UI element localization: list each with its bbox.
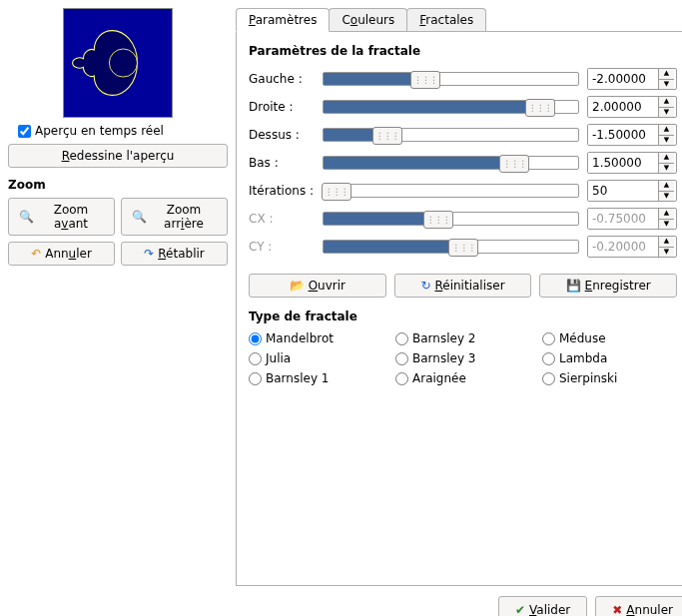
- param-input-0[interactable]: [588, 69, 658, 89]
- zoom-in-label: Zoom avant: [38, 203, 104, 231]
- spin-down-0[interactable]: ▼: [659, 80, 674, 90]
- param-label-4: Itérations :: [249, 184, 315, 198]
- redo-label: Rétablir: [158, 247, 204, 261]
- param-row-2: Dessus :⋮⋮⋮▲▼: [249, 124, 677, 146]
- spin-up-5: ▲: [659, 209, 674, 220]
- spin-down-4[interactable]: ▼: [659, 192, 674, 202]
- spin-up-2[interactable]: ▲: [659, 125, 674, 136]
- zoom-out-button[interactable]: 🔍 Zoom arrière: [121, 198, 228, 236]
- fractal-label-6: Barnsley 1: [266, 371, 329, 385]
- undo-label: Annuler: [45, 247, 92, 261]
- fractal-option-4[interactable]: Barnsley 3: [395, 351, 530, 365]
- param-slider-0[interactable]: ⋮⋮⋮: [323, 72, 579, 86]
- param-slider-1[interactable]: ⋮⋮⋮: [323, 100, 579, 114]
- parameters-title: Paramètres de la fractale: [249, 44, 677, 58]
- param-slider-5: ⋮⋮⋮: [323, 212, 579, 226]
- tab-bar: Paramètres Couleurs Fractales: [236, 8, 682, 32]
- param-label-1: Droite :: [249, 100, 315, 114]
- fractal-radio-4[interactable]: [395, 352, 408, 365]
- spin-down-1[interactable]: ▼: [659, 108, 674, 118]
- param-spinbox-1[interactable]: ▲▼: [587, 96, 677, 118]
- ok-button[interactable]: ✔ Valider: [498, 596, 587, 616]
- slider-thumb-6: ⋮⋮⋮: [448, 239, 478, 257]
- param-slider-3[interactable]: ⋮⋮⋮: [323, 156, 579, 170]
- param-input-3[interactable]: [588, 153, 658, 173]
- param-slider-2[interactable]: ⋮⋮⋮: [323, 128, 579, 142]
- param-row-0: Gauche :⋮⋮⋮▲▼: [249, 68, 677, 90]
- redo-button[interactable]: ↷ Rétablir: [121, 242, 228, 266]
- param-spinbox-0[interactable]: ▲▼: [587, 68, 677, 90]
- fractal-option-8[interactable]: Sierpinski: [542, 371, 677, 385]
- param-row-1: Droite :⋮⋮⋮▲▼: [249, 96, 677, 118]
- refresh-icon: ↻: [420, 279, 430, 293]
- param-label-2: Dessus :: [249, 128, 315, 142]
- zoom-section-title: Zoom: [8, 178, 228, 192]
- param-input-1[interactable]: [588, 97, 658, 117]
- slider-thumb-3[interactable]: ⋮⋮⋮: [499, 155, 529, 173]
- slider-thumb-0[interactable]: ⋮⋮⋮: [410, 71, 440, 89]
- realtime-preview-checkbox[interactable]: Aperçu en temps réel: [8, 124, 228, 138]
- fractal-radio-3[interactable]: [249, 352, 262, 365]
- fractal-radio-6[interactable]: [249, 372, 262, 385]
- fractal-radio-2[interactable]: [542, 332, 555, 345]
- spin-down-3[interactable]: ▼: [659, 164, 674, 174]
- fractal-radio-7[interactable]: [395, 372, 408, 385]
- fractal-radio-5[interactable]: [542, 352, 555, 365]
- param-spinbox-4[interactable]: ▲▼: [587, 180, 677, 202]
- param-label-3: Bas :: [249, 156, 315, 170]
- save-label: Enregistrer: [585, 279, 651, 293]
- fractal-option-5[interactable]: Lambda: [542, 351, 677, 365]
- fractal-option-3[interactable]: Julia: [249, 351, 383, 365]
- param-row-3: Bas :⋮⋮⋮▲▼: [249, 152, 677, 174]
- open-label: Ouvrir: [309, 279, 345, 293]
- realtime-preview-input[interactable]: [18, 125, 31, 138]
- fractal-option-2[interactable]: Méduse: [542, 331, 677, 345]
- spin-up-0[interactable]: ▲: [659, 69, 674, 80]
- reset-button[interactable]: ↻ Réinitialiser: [394, 274, 532, 298]
- param-label-0: Gauche :: [249, 72, 315, 86]
- param-slider-6: ⋮⋮⋮: [323, 240, 579, 254]
- param-slider-4[interactable]: ⋮⋮⋮: [323, 184, 579, 198]
- slider-thumb-1[interactable]: ⋮⋮⋮: [525, 99, 555, 117]
- param-input-4[interactable]: [588, 181, 658, 201]
- param-label-6: CY :: [249, 240, 315, 254]
- zoom-out-icon: 🔍: [132, 210, 147, 224]
- redraw-preview-button[interactable]: Redessine l'aperçu: [8, 144, 228, 168]
- spin-up-4[interactable]: ▲: [659, 181, 674, 192]
- slider-thumb-2[interactable]: ⋮⋮⋮: [372, 127, 402, 145]
- param-input-2[interactable]: [588, 125, 658, 145]
- fractal-label-1: Barnsley 2: [412, 331, 475, 345]
- fractal-option-7[interactable]: Araignée: [395, 371, 530, 385]
- fractal-type-title: Type de fractale: [249, 309, 677, 323]
- undo-button[interactable]: ↶ Annuler: [8, 242, 115, 266]
- param-spinbox-2[interactable]: ▲▼: [587, 124, 677, 146]
- fractal-radio-8[interactable]: [542, 372, 555, 385]
- param-input-6: [588, 237, 658, 257]
- spin-up-3[interactable]: ▲: [659, 153, 674, 164]
- fractal-radio-1[interactable]: [395, 332, 408, 345]
- fractal-option-0[interactable]: Mandelbrot: [249, 331, 383, 345]
- spin-up-1[interactable]: ▲: [659, 97, 674, 108]
- check-icon: ✔: [515, 603, 525, 616]
- save-button[interactable]: 💾 Enregistrer: [539, 274, 677, 298]
- spin-down-2[interactable]: ▼: [659, 136, 674, 146]
- fractal-label-3: Julia: [266, 351, 291, 365]
- zoom-in-button[interactable]: 🔍 Zoom avant: [8, 198, 115, 236]
- tab-fractals[interactable]: Fractales: [406, 8, 486, 31]
- param-spinbox-3[interactable]: ▲▼: [587, 152, 677, 174]
- svg-point-1: [109, 49, 137, 77]
- cancel-button[interactable]: ✖ Annuler: [595, 596, 682, 616]
- floppy-icon: 💾: [566, 279, 581, 293]
- fractal-option-6[interactable]: Barnsley 1: [249, 371, 383, 385]
- param-row-4: Itérations :⋮⋮⋮▲▼: [249, 180, 677, 202]
- fractal-option-1[interactable]: Barnsley 2: [395, 331, 530, 345]
- tab-colors[interactable]: Couleurs: [329, 8, 407, 31]
- folder-open-icon: 📂: [290, 279, 305, 293]
- param-spinbox-5: ▲▼: [587, 208, 677, 230]
- fractal-radio-0[interactable]: [249, 332, 262, 345]
- slider-thumb-4[interactable]: ⋮⋮⋮: [322, 183, 351, 201]
- tab-parameters[interactable]: Paramètres: [236, 8, 330, 32]
- open-button[interactable]: 📂 Ouvrir: [249, 274, 386, 298]
- param-row-5: CX :⋮⋮⋮▲▼: [249, 208, 677, 230]
- undo-icon: ↶: [31, 247, 41, 261]
